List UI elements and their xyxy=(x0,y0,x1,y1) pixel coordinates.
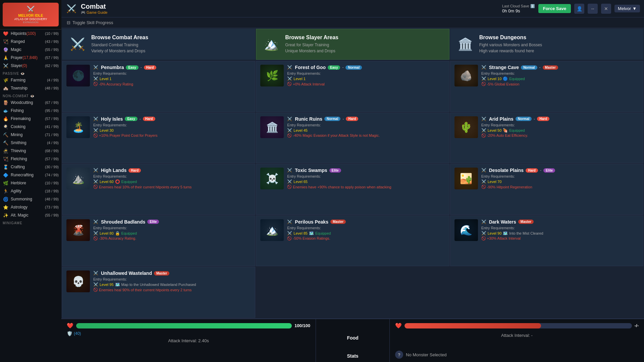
toxic-penalty-icon: 🚫 xyxy=(287,185,292,189)
arid-equipped-icon: 🍖 xyxy=(503,128,508,133)
area-card-desolate-plains[interactable]: 🏜️ ⚔️ Desolate Plains Hard - Elite Entry… xyxy=(450,164,643,215)
perilous-name: Perilous Peaks xyxy=(295,219,328,225)
browse-combat-card[interactable]: ⚔️ Browse Combat Areas Standard Combat T… xyxy=(62,29,255,60)
shrouded-req-title: Entry Requirements: xyxy=(93,226,251,230)
penumbra-penalty: 🚫 -0% Accuracy Rating xyxy=(93,82,251,86)
arid-req-level: Level 50 xyxy=(488,128,502,132)
forest-req-level: Level 1 xyxy=(293,77,305,81)
desolate-name: Desolate Plains xyxy=(489,168,524,173)
sidebar-item-summoning[interactable]: 🌀 Summoning (48 / 99) xyxy=(0,195,61,203)
farming-icon: 🌾 xyxy=(3,77,9,83)
area-card-forest-of-goo[interactable]: 🌿 ⚔️ Forest of Goo Easy - Normal Entry R… xyxy=(256,61,449,112)
sidebar-item-agility[interactable]: 🏃 Agility (18 / 99) xyxy=(0,187,61,195)
perilous-equipped-icon: 🗺️ xyxy=(309,231,314,236)
dark-penalty-icon: 🚫 xyxy=(481,236,486,241)
penumbra-badge-easy: Easy xyxy=(126,65,138,70)
arid-badge-normal: Normal xyxy=(516,117,532,121)
user-menu-button[interactable]: Melvor ▼ xyxy=(614,5,640,12)
sidebar-item-cooking[interactable]: 🍳 Cooking (41 / 99) xyxy=(0,123,61,131)
browse-slayer-icon: 🏔️ xyxy=(263,37,280,51)
township-level: (48 / 99) xyxy=(45,86,59,90)
settings-button[interactable]: -- xyxy=(588,4,598,14)
sidebar-item-crafting[interactable]: 🧵 Crafting (30 / 99) xyxy=(0,163,61,171)
area-card-dark-waters[interactable]: 🌊 ⚔️ Dark Waters Master Entry Requiremen… xyxy=(450,216,643,266)
shrouded-req-row: ⚔️ Level 80 🔒 Equipped xyxy=(93,231,251,236)
profile-icon-button[interactable]: 👤 xyxy=(574,4,584,14)
force-save-button[interactable]: Force Save xyxy=(538,4,571,13)
sidebar-item-ranged[interactable]: 🏹 Ranged (43 / 99) xyxy=(0,38,61,46)
holy-req-row: ⚔️ Level 30 xyxy=(93,128,251,133)
sidebar-item-fishing[interactable]: 🐟 Fishing (95 / 99) xyxy=(0,107,61,115)
firemaking-icon: 🔥 xyxy=(3,116,9,122)
area-card-strange-cave[interactable]: 🪨 ⚔️ Strange Cave Normal - Master Entry … xyxy=(450,61,643,112)
fletching-icon: 🏹 xyxy=(3,156,9,162)
perilous-combat-icon: ⚔️ xyxy=(287,220,292,224)
sidebar-item-fletching[interactable]: 🏹 Fletching (57 / 99) xyxy=(0,155,61,163)
desolate-sep: - xyxy=(540,168,541,173)
sidebar-item-township[interactable]: 🏘️ Township (48 / 99) xyxy=(0,84,61,92)
browse-slayer-card[interactable]: 🏔️ Browse Slayer Areas Great for Slayer … xyxy=(256,29,449,60)
perilous-req-level: Level 85 xyxy=(293,231,308,235)
runic-req-title: Entry Requirements: xyxy=(287,123,445,127)
highlands-equipped-icon: ⭕ xyxy=(115,179,120,184)
desolate-penalty-icon: 🚫 xyxy=(481,185,486,189)
unhallowed-req-title: Entry Requirements: xyxy=(93,277,251,281)
shrouded-combat-icon: ⚔️ xyxy=(93,220,98,224)
mining-level: (71 / 99) xyxy=(45,133,59,137)
sidebar-item-thieving[interactable]: 🥷 Thieving (68 / 99) xyxy=(0,147,61,155)
browse-combat-icon: ⚔️ xyxy=(69,37,86,51)
perilous-penalty: 🚫 -50% Evasion Ratings. xyxy=(287,236,445,241)
firemaking-level: (57 / 99) xyxy=(45,117,59,121)
shrouded-badge-elite: Elite xyxy=(147,220,159,224)
sidebar-item-smithing[interactable]: 🔨 Smithing (4 / 99) xyxy=(0,139,61,147)
area-card-penumbra[interactable]: 🌑 ⚔️ Penumbra Easy - Hard Entry Requirem… xyxy=(62,61,255,112)
sidebar-item-altmagic[interactable]: ✨ Alt. Magic (55 / 99) xyxy=(0,211,61,219)
area-card-perilous-peaks[interactable]: 🏔️ ⚔️ Perilous Peaks Master Entry Requir… xyxy=(256,216,449,266)
toxic-penalty: 🚫 Enemies have +90% chance to apply pois… xyxy=(287,185,445,189)
minigame-label: MINIGAME xyxy=(0,219,61,226)
sidebar-item-farming[interactable]: 🌾 Farming (4 / 99) xyxy=(0,76,61,84)
holy-req-icon: ⚔️ xyxy=(93,128,98,133)
area-card-holy-isles[interactable]: 🏝️ ⚔️ Holy Isles Easy - Hard Entry Requi… xyxy=(62,113,255,164)
area-card-runic-ruins[interactable]: 🏛️ ⚔️ Runic Ruins Normal - Hard Entry Re… xyxy=(256,113,449,164)
sidebar-item-slayer[interactable]: ⚔️ Slayer(0) (62 / 99) xyxy=(0,62,61,70)
holy-badge-easy: Easy xyxy=(125,117,137,121)
crafting-icon: 🧵 xyxy=(3,164,9,170)
sidebar-item-magic[interactable]: 🔮 Magic (55 / 99) xyxy=(0,46,61,54)
sidebar-item-herblore[interactable]: 🌿 Herblore (10 / 99) xyxy=(0,179,61,187)
area-card-toxic-swamps[interactable]: ☠️ ⚔️ Toxic Swamps Elite Entry Requireme… xyxy=(256,164,449,215)
browse-dungeons-sub1: Fight various Monsters and Bosses xyxy=(479,42,542,48)
sidebar-item-astrology[interactable]: ⭐ Astrology (73 / 99) xyxy=(0,203,61,211)
close-button[interactable]: ✕ xyxy=(601,4,611,14)
unhallowed-req-icon: ⚔️ xyxy=(93,282,98,287)
holy-name: Holy Isles xyxy=(101,116,123,122)
penumbra-header: ⚔️ Penumbra Easy - Hard xyxy=(93,65,251,70)
sidebar-item-prayer[interactable]: 🙏 Prayer(17,848) (57 / 99) xyxy=(0,54,61,62)
cooking-icon: 🍳 xyxy=(3,124,9,130)
desolate-req-icon: ⚔️ xyxy=(481,179,486,184)
area-card-shrouded-badlands[interactable]: 🌋 ⚔️ Shrouded Badlands Elite Entry Requi… xyxy=(62,216,255,266)
sidebar-item-hitpoints[interactable]: ❤️ Hitpoints(100) (10 / 99) xyxy=(0,29,61,38)
dark-combat-icon: ⚔️ xyxy=(481,220,486,224)
holy-info: ⚔️ Holy Isles Easy - Hard Entry Requirem… xyxy=(93,116,251,138)
sidebar-item-runecrafting[interactable]: 🔷 Runecrafting (74 / 99) xyxy=(0,171,61,179)
dark-badge-master: Master xyxy=(518,220,534,224)
topbar: ⚔️ Combat 🎮 Game Guide Last Cloud Save ℹ… xyxy=(61,0,644,17)
highlands-req-icon: ⚔️ xyxy=(93,179,98,184)
areas-grid: 🌑 ⚔️ Penumbra Easy - Hard Entry Requirem… xyxy=(61,60,644,318)
sidebar-item-mining[interactable]: ⛏️ Mining (71 / 99) xyxy=(0,131,61,139)
toggle-skill-progress-button[interactable]: ⊟ Toggle Skill Progress xyxy=(67,20,113,25)
player-hp-row: ❤️ 100/100 xyxy=(67,322,310,329)
sidebar-item-woodcutting[interactable]: 🪵 Woodcutting (67 / 99) xyxy=(0,99,61,107)
runecrafting-level: (74 / 99) xyxy=(45,173,59,177)
stats-panel: Food Stats xyxy=(316,319,390,362)
sidebar-item-firemaking[interactable]: 🔥 Firemaking (57 / 99) xyxy=(0,115,61,123)
runic-combat-icon: ⚔️ xyxy=(287,117,292,121)
fletching-level: (57 / 99) xyxy=(45,157,59,161)
area-card-unhallowed-wasteland[interactable]: 💀 ⚔️ Unhallowed Wasteland Master Entry R… xyxy=(62,267,255,318)
browse-dungeons-card[interactable]: 🏛️ Browse Dungeons Fight various Monster… xyxy=(450,29,643,60)
area-card-arid-plains[interactable]: 🌵 ⚔️ Arid Plains Normal - Hard Entry Req… xyxy=(450,113,643,164)
question-icon: ? xyxy=(395,351,403,359)
prayer-label: Prayer(17,848) xyxy=(11,55,45,60)
area-card-high-lands[interactable]: ⛰️ ⚔️ High Lands Hard Entry Requirements… xyxy=(62,164,255,215)
